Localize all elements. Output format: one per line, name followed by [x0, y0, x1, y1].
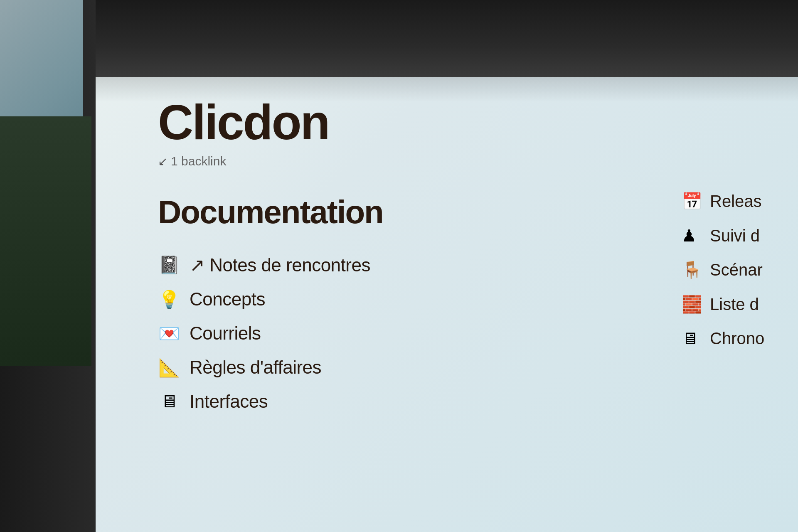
concepts-label: Concepts	[190, 289, 265, 310]
monitor-top-bezel	[96, 0, 798, 77]
listed-label: Liste d	[710, 295, 759, 314]
regles-label: Règles d'affaires	[190, 357, 321, 378]
scenar-icon: 🪑	[682, 260, 702, 280]
right-item-listed[interactable]: 🧱 Liste d	[682, 288, 798, 321]
chrono-icon: 🖥	[682, 329, 702, 348]
suivi-icon: ♟	[682, 226, 702, 245]
right-item-suivi[interactable]: ♟ Suivi d	[682, 219, 798, 252]
release-icon: 📅	[682, 192, 702, 211]
backlink-icon: ↙	[158, 155, 167, 168]
monitor-screen: Clicdon ↙ 1 backlink Documentation 📓 ↗ N…	[96, 77, 798, 532]
interfaces-label: Interfaces	[190, 391, 268, 412]
backlink-text: 1 backlink	[171, 154, 226, 168]
courriels-label: Courriels	[190, 323, 261, 344]
release-label: Releas	[710, 192, 762, 211]
interfaces-icon: 🖥	[158, 392, 180, 411]
listed-icon: 🧱	[682, 295, 702, 314]
regles-icon: 📐	[158, 357, 180, 378]
list-item-interfaces[interactable]: 🖥 Interfaces	[158, 384, 798, 419]
courriels-icon: 💌	[158, 323, 180, 344]
suivi-label: Suivi d	[710, 227, 760, 245]
concepts-icon: 💡	[158, 289, 180, 310]
scenar-label: Scénar	[710, 261, 763, 279]
right-item-scenar[interactable]: 🪑 Scénar	[682, 254, 798, 286]
right-item-chrono[interactable]: 🖥 Chrono	[682, 323, 798, 355]
plant-pot	[0, 116, 91, 366]
right-column: 📅 Releas ♟ Suivi d 🪑 Scénar 🧱 Liste d 🖥 …	[682, 89, 798, 356]
notes-label: ↗ Notes de rencontres	[190, 254, 370, 276]
chrono-label: Chrono	[710, 329, 764, 348]
right-item-release[interactable]: 📅 Releas	[682, 185, 798, 218]
notes-icon: 📓	[158, 255, 180, 275]
